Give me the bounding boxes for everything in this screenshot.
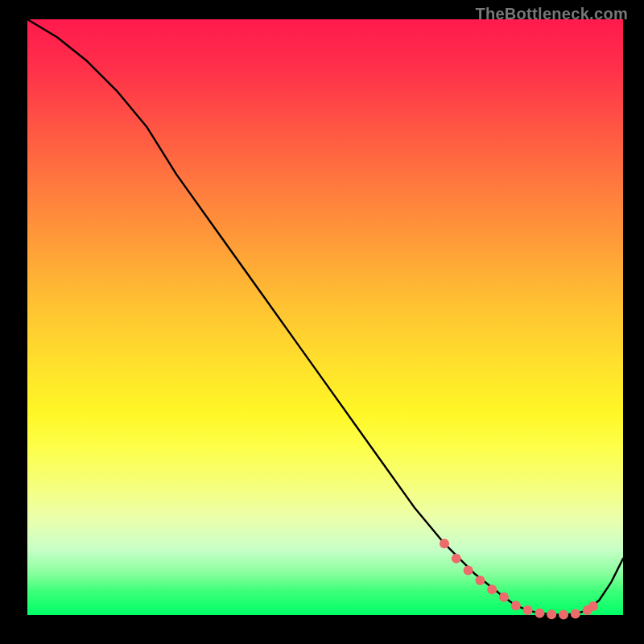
watermark-text: TheBottleneck.com — [475, 5, 628, 23]
chart-plot-area — [27, 19, 623, 615]
highlight-dot — [547, 609, 556, 619]
highlight-dot — [452, 554, 461, 564]
highlight-dot — [571, 609, 580, 619]
highlight-dots — [440, 539, 598, 619]
highlight-dot — [511, 601, 521, 610]
highlight-dot — [440, 539, 449, 548]
highlight-dot — [487, 584, 497, 594]
highlight-dot — [535, 609, 544, 618]
highlight-dot — [588, 601, 598, 611]
chart-svg — [27, 19, 623, 615]
highlight-dot — [475, 576, 485, 585]
highlight-dot — [523, 605, 533, 615]
highlight-dot — [559, 610, 568, 620]
bottleneck-curve — [27, 19, 623, 615]
highlight-dot — [464, 566, 473, 576]
highlight-dot — [499, 592, 509, 602]
